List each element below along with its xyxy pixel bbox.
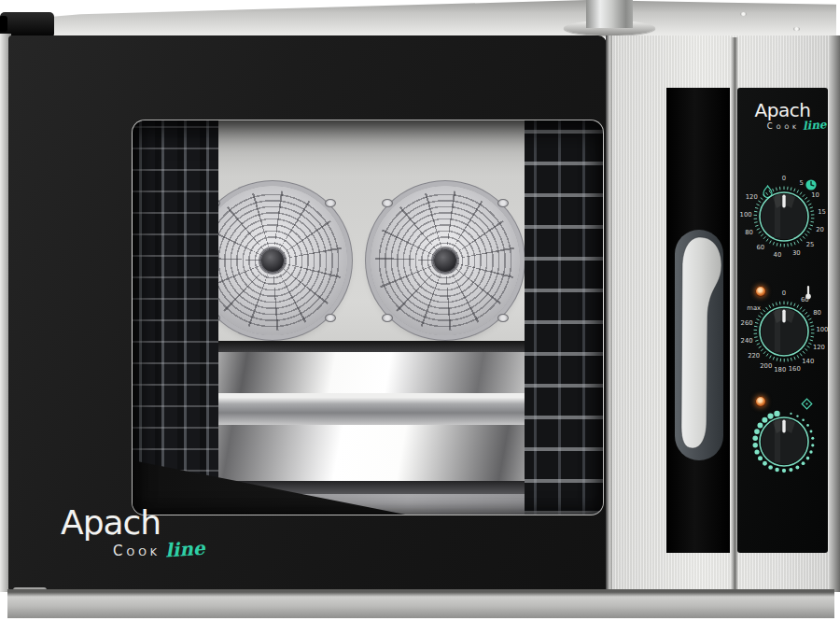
svg-text:180: 180 xyxy=(774,366,786,374)
svg-text:30: 30 xyxy=(792,249,801,257)
svg-text:20: 20 xyxy=(816,226,824,233)
tray-rail xyxy=(170,393,569,425)
vent-chimney xyxy=(586,0,633,28)
door-handle[interactable] xyxy=(669,227,728,464)
brand-name: Apach xyxy=(737,101,828,120)
fan-hub xyxy=(434,249,456,272)
svg-text:200: 200 xyxy=(760,362,772,370)
svg-text:25: 25 xyxy=(806,241,815,248)
temperature-knob[interactable]: 06080100120140160180200220240260max xyxy=(734,281,834,382)
oven-base xyxy=(7,589,834,618)
screw-icon xyxy=(740,12,747,16)
svg-text:max: max xyxy=(747,304,761,312)
tray-rack-right xyxy=(525,120,603,515)
oven-cavity-shadow xyxy=(189,341,551,352)
tray-upper xyxy=(189,352,551,393)
svg-text:5: 5 xyxy=(799,179,803,187)
fan-right xyxy=(371,186,520,335)
svg-text:60: 60 xyxy=(756,244,764,251)
brand-logo-panel: Apach Cook line xyxy=(737,101,828,132)
tray-rack-left xyxy=(133,120,218,515)
svg-text:10: 10 xyxy=(811,191,819,199)
brand-name: Apach xyxy=(61,506,204,540)
svg-text:100: 100 xyxy=(816,326,828,333)
product-photo: Apach Cook line Apach Cook line xyxy=(0,0,840,621)
control-panel: Apach Cook line 051015202530406080100120… xyxy=(737,88,828,553)
timer-knob[interactable]: 051015202530406080100120 xyxy=(734,166,834,267)
svg-text:0: 0 xyxy=(782,175,786,182)
svg-text:140: 140 xyxy=(802,358,814,365)
svg-text:160: 160 xyxy=(789,365,801,373)
fan-hub xyxy=(261,249,284,272)
svg-text:220: 220 xyxy=(748,352,760,360)
steam-knob[interactable] xyxy=(734,391,834,492)
fan-left xyxy=(198,186,347,335)
brand-cook: Cook xyxy=(767,121,800,131)
brand-cook: Cook xyxy=(113,543,161,559)
svg-text:0: 0 xyxy=(782,289,786,297)
svg-text:120: 120 xyxy=(746,193,758,201)
tray-lower xyxy=(177,425,562,481)
oven-door[interactable]: Apach Cook line xyxy=(8,35,607,590)
svg-text:80: 80 xyxy=(745,229,753,236)
svg-text:260: 260 xyxy=(741,319,753,327)
svg-text:240: 240 xyxy=(741,337,753,345)
svg-text:15: 15 xyxy=(818,208,826,216)
svg-text:40: 40 xyxy=(774,251,782,259)
svg-text:60: 60 xyxy=(801,296,809,303)
screw-icon xyxy=(793,27,800,31)
oven-top-surface xyxy=(6,0,836,37)
svg-text:120: 120 xyxy=(813,344,825,351)
brand-logo-door: Apach Cook line xyxy=(61,506,204,560)
svg-text:80: 80 xyxy=(813,309,821,317)
brand-line: line xyxy=(802,118,826,133)
brand-line: line xyxy=(164,537,205,562)
svg-text:100: 100 xyxy=(740,211,752,219)
door-glass-window xyxy=(132,120,604,515)
